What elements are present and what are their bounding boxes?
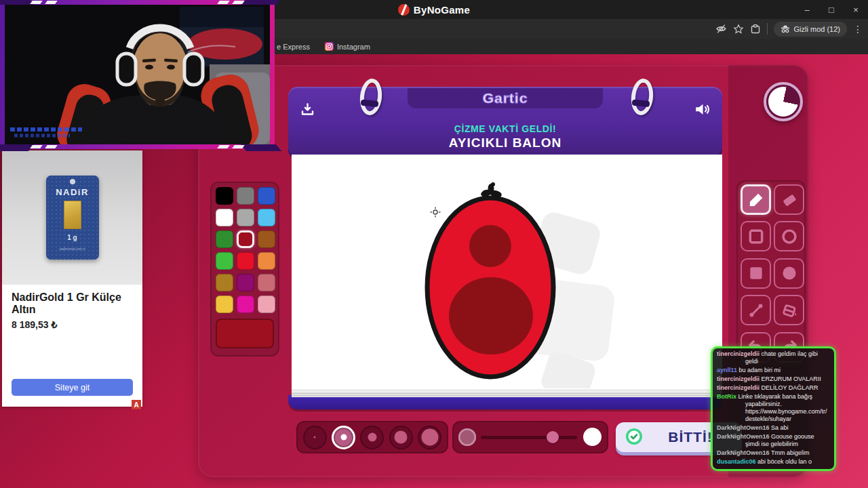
chat-text: abi böcek oldu lan o	[757, 458, 812, 465]
chat-username: kaankaradayii	[717, 346, 759, 348]
minimize-button[interactable]: –	[795, 0, 819, 19]
eye-off-icon[interactable]	[715, 23, 727, 35]
balloon-drawing	[292, 155, 722, 397]
chat-message: aynll11 bu adam biri mi	[717, 367, 830, 374]
card-hole	[70, 179, 75, 184]
chat-message: DarkNightOwen16 Sa abi	[717, 424, 830, 432]
tool-rectangle-outline-button[interactable]	[741, 221, 771, 251]
gartic-logo: Gartic	[483, 90, 528, 106]
incognito-label: Gizli mod (12)	[794, 25, 840, 33]
color-swatch[interactable]	[237, 274, 254, 291]
bookmark-instagram[interactable]: Instagram	[325, 42, 370, 51]
chat-username: DarkNightOwen16	[717, 424, 771, 431]
tool-pen-button[interactable]	[741, 184, 771, 215]
webcam-overlay	[0, 0, 275, 149]
binder-ring-icon	[358, 77, 383, 116]
chat-text: bu adam biri mi	[739, 367, 781, 373]
ad-card: NADiR 1 g nadirmetal.com.tr NadirGold 1 …	[2, 150, 142, 407]
kebab-menu-icon[interactable]: ⋮	[853, 24, 863, 35]
ad-badge: A	[132, 400, 141, 409]
chat-message: tinercinizgeldii ERZURUM OVALARII	[717, 375, 830, 383]
color-swatch[interactable]	[258, 274, 275, 291]
color-swatch[interactable]	[258, 230, 275, 248]
round-timer	[764, 82, 803, 121]
paper-stack	[292, 388, 722, 397]
chat-text: Sa abi	[771, 424, 789, 431]
toolbar-divider	[767, 23, 768, 35]
speaker-icon[interactable]	[694, 100, 711, 121]
binder-ring-icon	[629, 77, 654, 116]
tool-rectangle-filled-button[interactable]	[741, 258, 771, 289]
extensions-icon[interactable]	[750, 24, 761, 35]
color-swatch[interactable]	[237, 187, 254, 205]
current-color-swatch	[216, 319, 274, 348]
color-swatch[interactable]	[237, 209, 254, 226]
tool-eraser-button[interactable]	[774, 184, 804, 215]
thickness-slider	[452, 421, 608, 453]
check-icon	[625, 428, 643, 447]
color-swatch[interactable]	[216, 252, 233, 270]
product-brand: NADiR	[46, 187, 99, 197]
slider-knob[interactable]	[547, 431, 559, 443]
color-swatch[interactable]	[216, 296, 233, 313]
chat-username: BotRix	[717, 393, 738, 400]
drawing-canvas[interactable]	[292, 155, 722, 397]
brush-size-1-button[interactable]	[303, 426, 327, 449]
color-swatch[interactable]	[216, 187, 233, 205]
close-button[interactable]: ×	[844, 0, 868, 19]
round-prompt: ÇİZME VAKTİ GELDİ!	[288, 123, 722, 134]
chat-username: DarkNightOwen16	[717, 433, 771, 440]
color-swatch[interactable]	[216, 209, 233, 226]
ad-product-image: NADiR 1 g nadirmetal.com.tr	[2, 150, 142, 285]
brush-size-2-button[interactable]	[332, 426, 355, 449]
word-to-draw: AYICIKLI BALON	[288, 136, 722, 150]
incognito-badge[interactable]: Gizli mod (12)	[774, 22, 847, 37]
tool-panel	[736, 180, 806, 369]
gold-product-card: NADiR 1 g nadirmetal.com.tr	[46, 176, 99, 260]
bookmark-star-icon[interactable]	[733, 24, 744, 35]
maximize-button[interactable]: □	[819, 0, 844, 19]
chat-text: ERZURUM OVALARII	[762, 375, 821, 382]
chat-overlay: BotRix Arkadaşlar hoşgeldiniz beni takip…	[711, 346, 836, 471]
chat-username: tinercinizgeldii	[717, 384, 762, 391]
chat-message: DarkNightOwen16 Tmm abigelim	[717, 449, 830, 457]
color-swatch[interactable]	[237, 296, 254, 313]
brush-size-panel	[296, 421, 448, 453]
color-swatch[interactable]	[258, 187, 275, 205]
tool-line-button[interactable]	[741, 295, 771, 325]
download-icon[interactable]	[299, 102, 316, 121]
tool-ellipse-outline-button[interactable]	[774, 221, 804, 251]
color-swatch[interactable]	[237, 252, 254, 270]
color-swatch[interactable]	[258, 252, 275, 270]
color-swatch[interactable]	[258, 209, 275, 226]
tool-fill-bucket-button[interactable]	[774, 295, 804, 325]
ad-price: 8 189,53 ₺	[2, 316, 142, 330]
canvas-base-bar	[288, 395, 722, 409]
color-swatch[interactable]	[216, 274, 233, 291]
bynogame-logo-icon	[398, 4, 410, 16]
color-swatch[interactable]	[216, 230, 233, 248]
chat-text: DELİLOY DAĞLARR	[762, 384, 818, 391]
tool-ellipse-filled-button[interactable]	[774, 258, 804, 289]
bookmark-express[interactable]: e Express	[277, 43, 310, 51]
color-swatch[interactable]	[258, 296, 275, 313]
cursor-crosshair-icon	[430, 207, 441, 220]
brush-size-5-button[interactable]	[418, 426, 441, 449]
app-logo: ByNoGame	[398, 4, 470, 16]
chat-message: dusantadic06 abi böcek oldu lan o	[717, 458, 830, 466]
round-header-card: Gartic ÇİZME VAKTİ GELDİ! AYICIKLI BALON	[288, 87, 722, 156]
slider-track[interactable]	[481, 436, 577, 439]
brush-size-3-button[interactable]	[360, 426, 384, 449]
chat-username: tinercinizgeldii	[717, 375, 762, 382]
gartic-logo-band: Gartic	[408, 88, 603, 108]
color-swatch[interactable]	[237, 230, 254, 248]
chat-message: kaankaradayii	[717, 346, 830, 349]
fishing-pole-emote-icon	[759, 346, 766, 347]
product-site: nadirmetal.com.tr	[46, 247, 99, 251]
instagram-icon	[325, 42, 334, 51]
ad-cta-button[interactable]: Siteye git	[12, 379, 133, 396]
chat-message: BotRix Linke tıklayarak bana bağış yapab…	[717, 393, 830, 423]
chat-username: tinercinizgeldii	[717, 350, 762, 357]
brush-size-4-button[interactable]	[389, 426, 413, 449]
slider-min-circle	[458, 428, 476, 446]
